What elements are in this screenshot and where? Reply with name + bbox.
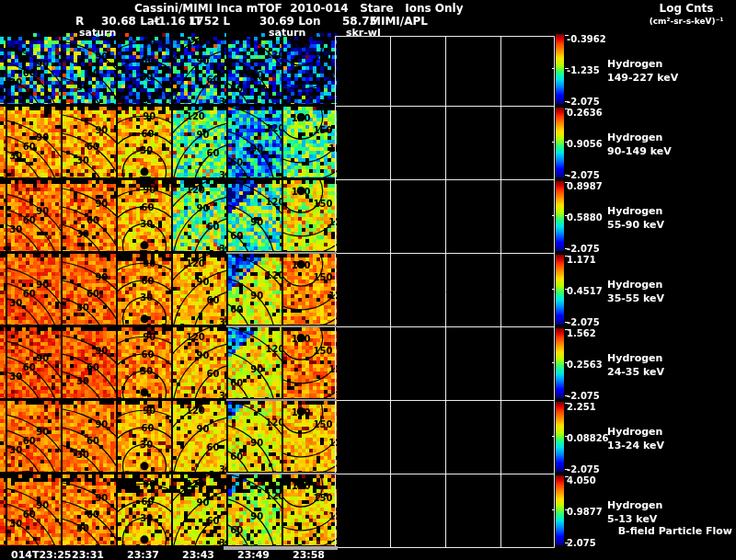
colorbar-bottom-value-row6: 2.075 (567, 538, 596, 548)
species-label-row1: Hydrogen (607, 131, 662, 143)
page-title: Cassini/MIMI Inca mTOF 2010-014 Stare Io… (134, 2, 463, 15)
time-label-1: 23:31 (72, 549, 104, 560)
species-label-row5: Hydrogen (607, 426, 662, 438)
colorbar-top-value-row1: 0.2636 (567, 108, 603, 118)
energy-label-row0: 149-227 keV (607, 72, 678, 84)
colorbar-mid-value-row0: -1.235 (567, 65, 600, 75)
energy-label-row6: 5-13 keV (607, 513, 657, 525)
colorbar-mid-value-row3: 0.4517 (567, 286, 603, 296)
colorbar-bottom-value-row2: -2.075 (567, 244, 600, 254)
colorbar-bottom-value-row3: -2.075 (567, 317, 600, 327)
event-marker-1: saturn (269, 27, 305, 39)
colorbar-bottom-value-row5: -2.075 (567, 464, 600, 474)
colorbar-top-value-row2: 0.8987 (567, 181, 603, 191)
species-label-row4: Hydrogen (607, 352, 662, 364)
colorbar-bottom-value-row4: -2.075 (567, 391, 600, 401)
time-label-0: 014T23:25 (11, 549, 71, 560)
inca-stare-display: Cassini/MIMI Inca mTOF 2010-014 Stare Io… (0, 0, 736, 560)
event-marker-2: skr-wl (346, 27, 381, 39)
event-marker-0: saturn (79, 27, 116, 39)
ephemeris-readout: R30.68 Lat-1.16 LT1752 L30.69 Lon58.75MI… (0, 15, 736, 28)
species-label-row2: Hydrogen (607, 205, 662, 217)
species-label-row3: Hydrogen (607, 279, 662, 291)
colorbar-bottom-value-row1: -2.075 (567, 170, 600, 180)
colorbar-mid-value-row1: 0.9056 (567, 139, 603, 149)
event-markers: saturnsaturnskr-wl (0, 27, 736, 38)
time-axis-labels: 014T23:2523:3123:3723:4323:4923:58 (0, 549, 736, 560)
colorbar-top-value-row5: 2.251 (567, 402, 596, 412)
colorbar-bottom-value-row0: -2.075 (567, 97, 600, 107)
species-label-row0: Hydrogen (607, 58, 662, 70)
colorbar-top-value-row3: 1.171 (567, 255, 596, 265)
bfield-flow-label: B-field Particle Flow (618, 525, 732, 537)
energy-label-row1: 90-149 keV (607, 145, 672, 157)
time-label-5: 23:58 (293, 549, 325, 560)
ephemeris-item-0: R (75, 15, 84, 28)
time-label-3: 23:43 (182, 549, 214, 560)
colorbar-top-value-row0: -0.3962 (567, 34, 606, 44)
colorbar-mid-value-row5: 0.08826 (567, 433, 609, 443)
colorbar-top-value-row4: 1.562 (567, 328, 596, 338)
energy-label-row4: 24-35 keV (607, 366, 664, 378)
ephemeris-item-1: 30.68 Lat (101, 15, 160, 28)
colorbar-top-value-row6: 4.050 (567, 475, 596, 486)
colorbar-mid-value-row4: 0.2563 (567, 360, 603, 370)
ephemeris-item-3: 1752 L (189, 15, 230, 28)
colorbar-title: Log Cnts (638, 2, 734, 15)
species-label-row6: Hydrogen (607, 499, 662, 511)
ephemeris-item-6: MIMI/APL (370, 15, 428, 28)
time-label-2: 23:37 (127, 549, 159, 560)
energy-label-row3: 35-55 keV (607, 292, 664, 304)
colorbar-mid-value-row2: 0.5880 (567, 212, 603, 223)
energy-label-row5: 13-24 keV (607, 440, 664, 451)
time-label-4: 23:49 (237, 549, 270, 560)
colorbar-mid-value-row6: 0.9877 (567, 507, 603, 517)
energy-label-row2: 55-90 keV (607, 219, 664, 231)
ephemeris-item-4: 30.69 Lon (259, 15, 321, 28)
